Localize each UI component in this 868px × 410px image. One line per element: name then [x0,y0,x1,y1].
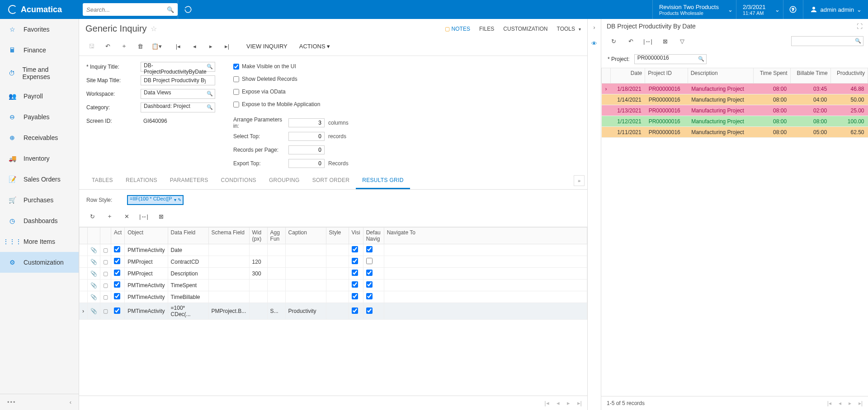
default-nav-checkbox[interactable] [366,308,373,314]
tab-parameters[interactable]: PARAMETERS [164,172,215,189]
actions-menu[interactable]: ACTIONS ▾ [294,43,335,50]
rp-first-page[interactable]: |◂ [827,400,831,406]
prev-record-button[interactable]: ◂ [187,39,202,53]
search-icon[interactable]: 🔍 [167,6,174,13]
next-record-button[interactable]: ▸ [203,39,218,53]
files-link[interactable]: FILES [479,26,494,32]
customization-link[interactable]: CUSTOMIZATION [503,26,547,32]
select-top-input[interactable] [288,132,325,141]
grid-refresh-button[interactable]: ↻ [85,210,100,223]
brand-logo[interactable]: Acumatica [0,5,79,14]
global-search[interactable]: 🔍 [83,3,178,16]
tab-relations[interactable]: RELATIONS [119,172,164,189]
grid-export-button[interactable]: ⊠ [153,210,169,223]
sidebar-item-finance[interactable]: 🖩Finance [0,40,79,61]
default-nav-checkbox[interactable] [366,258,373,264]
note-icon[interactable]: ▢ [103,259,108,265]
tenant-dropdown[interactable]: ⌄ [725,0,736,19]
attachment-icon[interactable]: 📎 [90,259,97,265]
sidebar-item-payroll[interactable]: 👥Payroll [0,86,79,107]
grid-delete-button[interactable]: ✕ [119,210,134,223]
delete-button[interactable]: 🗑 [132,39,148,53]
expose-odata-checkbox[interactable]: Expose via OData [233,87,349,97]
visible-checkbox[interactable] [352,308,358,314]
add-button[interactable]: ＋ [116,39,132,53]
tools-menu[interactable]: TOOLS [557,26,581,32]
attachment-icon[interactable]: 📎 [90,282,97,289]
grid-row[interactable]: ›📎▢PMTimeActivity=100* CDec(...PMProject… [80,303,587,320]
note-icon[interactable]: ▢ [103,247,108,253]
note-icon[interactable]: ▢ [103,294,108,300]
preview-row[interactable]: 1/12/2021PR00000016Manufacturing Project… [602,116,868,127]
grid-row[interactable]: 📎▢PMTimeActivityDate [80,244,587,256]
show-deleted-checkbox[interactable]: Show Deleted Records [233,74,349,84]
rp-search-input[interactable] [791,36,863,46]
grid-last-page[interactable]: ▸| [577,400,582,406]
sidebar-item-purchases[interactable]: 🛒Purchases [0,190,79,210]
attachment-icon[interactable]: 📎 [90,308,97,314]
search-input[interactable] [86,6,167,13]
preview-eye-button[interactable]: 👁 [588,35,601,51]
sitemap-title-input[interactable] [141,75,215,85]
collapse-sidebar-icon[interactable]: ‹ [70,399,71,405]
results-grid-table[interactable]: ActObjectData FieldSchema FieldWid (px)A… [79,227,587,320]
tab-sort-order[interactable]: SORT ORDER [306,172,356,189]
default-nav-checkbox[interactable] [366,270,373,276]
visible-checkbox[interactable] [352,293,358,299]
visible-checkbox[interactable] [352,246,358,252]
sidebar-item-customization[interactable]: ⚙Customization [0,252,79,273]
attachment-icon[interactable]: 📎 [90,294,97,300]
active-checkbox[interactable] [114,293,120,299]
grid-fit-button[interactable]: |↔| [136,210,151,223]
note-icon[interactable]: ▢ [103,282,108,289]
preview-row[interactable]: 1/14/2021PR00000016Manufacturing Project… [602,94,868,105]
note-icon[interactable]: ▢ [103,270,108,277]
active-checkbox[interactable] [114,281,120,288]
grid-next-page[interactable]: ▸ [567,400,570,406]
rp-fit-button[interactable]: |↔| [640,34,656,48]
active-checkbox[interactable] [114,246,120,252]
preview-row[interactable]: ›1/18/2021PR00000016Manufacturing Projec… [602,84,868,94]
grid-add-button[interactable]: ＋ [102,210,117,223]
expose-mobile-checkbox[interactable]: Expose to the Mobile Application [233,99,349,109]
collapse-right-button[interactable]: › [588,19,601,35]
active-checkbox[interactable] [114,270,120,276]
favorite-star-icon[interactable]: ☆ [151,24,157,33]
rp-prev-page[interactable]: ◂ [839,400,841,406]
rp-refresh-button[interactable]: ↻ [606,34,621,48]
tab-tables[interactable]: TABLES [85,172,119,189]
note-icon[interactable]: ▢ [103,308,108,314]
grid-row[interactable]: 📎▢PMTimeActivityTimeSpent [80,280,587,291]
workspace-select[interactable]: Data Views [141,89,215,99]
sidebar-item-receivables[interactable]: ⊕Receivables [0,127,79,148]
last-record-button[interactable]: ▸| [219,39,235,53]
visible-checkbox[interactable] [352,281,358,288]
default-nav-checkbox[interactable] [366,293,373,299]
grid-row[interactable]: 📎▢PMProjectContractCD120 [80,256,587,268]
datetime-dropdown[interactable]: ⌄ [772,0,783,19]
save-button[interactable]: 🖫 [84,39,99,53]
tab-conditions[interactable]: CONDITIONS [215,172,263,189]
grid-row[interactable]: 📎▢PMProjectDescription300 [80,268,587,280]
attachment-icon[interactable]: 📎 [90,247,97,253]
default-nav-checkbox[interactable] [366,281,373,288]
grid-prev-page[interactable]: ◂ [557,400,560,406]
visible-checkbox[interactable] [352,270,358,276]
category-select[interactable]: Dashboard: Project [141,102,215,112]
more-icon[interactable]: ••• [7,399,16,405]
preview-row[interactable]: 1/11/2021PR00000016Manufacturing Project… [602,127,868,138]
rp-export-button[interactable]: ⊠ [657,34,673,48]
export-top-input[interactable] [288,159,325,168]
rp-next-page[interactable]: ▸ [849,400,851,406]
arrange-params-input[interactable] [288,118,325,127]
help-button[interactable]: ? [783,0,803,19]
rp-filter-button[interactable]: ▽ [675,34,690,48]
tab-results-grid[interactable]: RESULTS GRID [356,172,410,189]
sidebar-item-dashboards[interactable]: ◷Dashboards [0,210,79,231]
sidebar-item-payables[interactable]: ⊖Payables [0,107,79,127]
tab-grouping[interactable]: GROUPING [263,172,306,189]
preview-table[interactable]: Date Project ID Description Time Spent B… [601,68,868,138]
notes-link[interactable]: ▢NOTES [445,26,470,32]
first-record-button[interactable]: |◂ [170,39,186,53]
rp-last-page[interactable]: ▸| [859,400,863,406]
